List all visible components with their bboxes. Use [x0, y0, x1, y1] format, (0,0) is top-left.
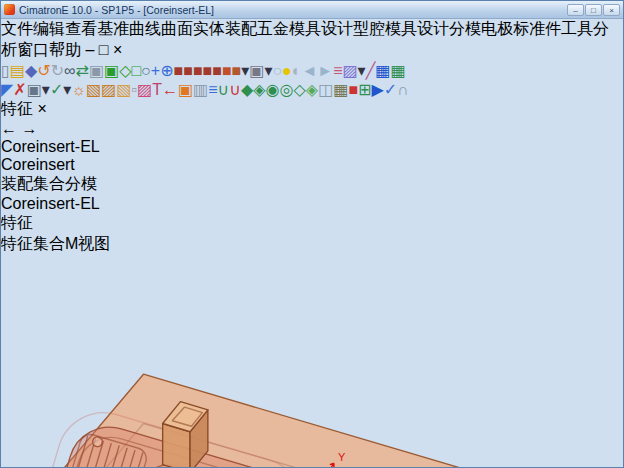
display-filter-icon[interactable]: ▣: [249, 62, 264, 79]
zoom-icon[interactable]: ○: [141, 62, 151, 79]
clear-selection-icon[interactable]: ✗: [13, 81, 26, 98]
panel-tab[interactable]: 装配: [1, 175, 33, 192]
pan-icon[interactable]: +: [151, 62, 160, 79]
view-iso-icon[interactable]: ■: [222, 62, 232, 79]
menu-item[interactable]: 电极: [481, 20, 513, 37]
panel-tab[interactable]: 特征: [1, 235, 33, 252]
electrode-face-icon[interactable]: ▧: [86, 81, 101, 98]
menu-item[interactable]: 实体: [193, 20, 225, 37]
feature-ok-icon[interactable]: ✓: [50, 81, 63, 98]
nav-back-arrow[interactable]: ←: [1, 120, 17, 137]
menu-item[interactable]: 工具: [561, 20, 593, 37]
view-front-icon[interactable]: ■: [174, 62, 184, 79]
copy-electrode-icon[interactable]: ◈: [253, 81, 265, 98]
menu-item[interactable]: 帮助: [49, 41, 81, 58]
electrode-copy-icon[interactable]: ▨: [101, 81, 116, 98]
list-rows-icon[interactable]: ≡: [208, 81, 217, 98]
menu-item[interactable]: 文件: [1, 20, 33, 37]
menu-item[interactable]: 曲面: [161, 20, 193, 37]
assembly-tree: ← → Coreinsert-EL Coreinsert: [1, 120, 623, 174]
data-table-icon[interactable]: ▦: [375, 62, 390, 79]
orange-tool-icon[interactable]: ▣: [178, 81, 193, 98]
view-back-icon[interactable]: ■: [183, 62, 193, 79]
view-left-icon[interactable]: ■: [193, 62, 203, 79]
menu-item[interactable]: 查看: [65, 20, 97, 37]
mdi-close-button[interactable]: ×: [113, 41, 122, 58]
maximize-button[interactable]: □: [585, 4, 602, 16]
gray-pair-icon[interactable]: ▥: [193, 81, 208, 98]
close-button[interactable]: ×: [603, 4, 620, 16]
tree2-child-label[interactable]: 特征: [1, 214, 33, 231]
connect-icon[interactable]: ∪: [218, 81, 230, 98]
text-label-icon[interactable]: T: [152, 81, 162, 98]
minimize-button[interactable]: –: [567, 4, 584, 16]
swap-document-icon[interactable]: ⇄: [75, 62, 88, 79]
array-electrode-icon[interactable]: ◎: [280, 81, 294, 98]
panel-tab[interactable]: 分模: [65, 175, 97, 192]
move-electrode-icon[interactable]: ◆: [241, 81, 253, 98]
pick-dropdown-icon[interactable]: ▾: [42, 81, 50, 98]
undo-icon[interactable]: ↺: [37, 62, 50, 79]
tree-root-label[interactable]: Coreinsert-EL: [1, 138, 100, 155]
save-icon[interactable]: ◆: [25, 62, 37, 79]
menu-item[interactable]: 曲线: [129, 20, 161, 37]
mdi-restore-button[interactable]: □: [99, 41, 109, 58]
play-icon[interactable]: ▶: [371, 81, 383, 98]
disconnect-icon[interactable]: ∪: [229, 81, 241, 98]
mark-red-icon[interactable]: ■: [348, 81, 358, 98]
menu-item[interactable]: 标准件: [513, 20, 561, 37]
bulb-on-icon[interactable]: ●: [282, 62, 292, 79]
view-right-icon[interactable]: ■: [203, 62, 213, 79]
panel-tab[interactable]: 集合: [33, 235, 65, 252]
panel-tab[interactable]: 集合: [33, 175, 65, 192]
uv-line-icon[interactable]: ╱: [366, 62, 376, 79]
swap-electrode-icon[interactable]: ◈: [306, 81, 318, 98]
surface-arc-icon[interactable]: ∩: [397, 81, 409, 98]
zoom-window-icon[interactable]: □: [131, 62, 141, 79]
pick-filter-icon[interactable]: ▣: [27, 81, 42, 98]
gear-icon[interactable]: ☼: [71, 81, 86, 98]
edit-dropdown-icon[interactable]: ▾: [358, 62, 366, 79]
redo-icon[interactable]: ↻: [51, 62, 64, 79]
panel-tab[interactable]: M视图: [65, 235, 110, 252]
view-top-icon[interactable]: ■: [212, 62, 222, 79]
fit-view-icon[interactable]: ▣: [104, 62, 119, 79]
menu-item[interactable]: 基准: [97, 20, 129, 37]
report-table-icon[interactable]: ▦: [390, 62, 405, 79]
bulb-pick-icon[interactable]: ◐: [292, 62, 302, 79]
new-file-icon[interactable]: ▯: [1, 62, 10, 79]
shading-mode-icon[interactable]: ■: [232, 62, 242, 79]
copy-view-icon[interactable]: ▣: [89, 62, 104, 79]
rotate-electrode-icon[interactable]: ◉: [266, 81, 280, 98]
next-arrow-icon[interactable]: ►: [317, 62, 333, 79]
menu-item[interactable]: 分模: [449, 20, 481, 37]
check-draft-icon[interactable]: ✓: [384, 81, 397, 98]
align-electrode-icon[interactable]: ◇: [294, 81, 306, 98]
tree-child-label[interactable]: Coreinsert: [1, 156, 75, 173]
open-folder-icon[interactable]: ▤: [10, 62, 25, 79]
orbit-icon[interactable]: ⊕: [160, 62, 173, 79]
export-cube-icon[interactable]: ▦: [333, 81, 348, 98]
select-cursor-icon[interactable]: ◤: [1, 81, 13, 98]
viewport-canvas[interactable]: Y X UCS1 Z Y X: [1, 255, 623, 468]
viewport[interactable]: Y X UCS1 Z Y X: [1, 255, 623, 468]
zoom-dynamic-icon[interactable]: ◇: [119, 62, 131, 79]
panel-close-icon[interactable]: ×: [37, 100, 46, 117]
prev-arrow-icon[interactable]: ◄: [301, 62, 317, 79]
menu-item[interactable]: 型腔模具设计: [353, 20, 449, 37]
tree2-root-label[interactable]: Coreinsert-EL: [1, 195, 100, 212]
compare-icon[interactable]: ◫: [318, 81, 333, 98]
electrode-mirror-icon[interactable]: ▧: [116, 81, 131, 98]
render-edit-icon[interactable]: ▨: [342, 62, 357, 79]
nav-forward-arrow[interactable]: →: [21, 120, 37, 137]
screen-add-icon[interactable]: ⊞: [358, 81, 371, 98]
preview-glasses-icon[interactable]: ∞: [64, 62, 75, 79]
menu-item[interactable]: 装配: [225, 20, 257, 37]
bulb-off-icon[interactable]: ○: [272, 62, 282, 79]
burn-area-icon[interactable]: ▨: [137, 81, 152, 98]
red-arrow-icon[interactable]: ←: [162, 81, 178, 98]
mdi-minimize-button[interactable]: –: [85, 41, 94, 58]
menu-item[interactable]: 窗口: [17, 41, 49, 58]
menu-item[interactable]: 五金模具设计: [257, 20, 353, 37]
menu-item[interactable]: 编辑: [33, 20, 65, 37]
